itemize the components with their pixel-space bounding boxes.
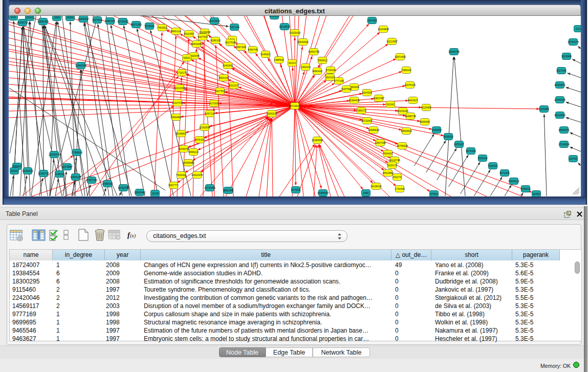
svg-text:7357224: 7357224 [229,26,239,29]
svg-text:9734028: 9734028 [325,69,336,72]
svg-text:10653: 10653 [67,16,74,19]
svg-text:10719155: 10719155 [117,20,128,23]
svg-text:13716485: 13716485 [204,186,215,189]
svg-text:6497568: 6497568 [341,87,352,91]
svg-text:9327503: 9327503 [198,35,208,38]
svg-text:92450: 92450 [533,192,540,195]
svg-text:6899695: 6899695 [420,120,430,123]
svg-text:7386372: 7386372 [356,109,366,112]
svg-text:1121: 1121 [576,27,581,30]
svg-text:12505135: 12505135 [70,176,81,179]
svg-text:15751074: 15751074 [568,40,579,43]
svg-text:9498222: 9498222 [188,150,199,154]
svg-text:20053346: 20053346 [75,64,86,67]
svg-text:93901: 93901 [183,56,190,59]
svg-text:2718170: 2718170 [177,71,187,74]
svg-text:12213967: 12213967 [386,40,398,43]
svg-text:7834067: 7834067 [383,152,393,155]
svg-text:8322037: 8322037 [229,84,239,87]
svg-text:19756928: 19756928 [397,144,408,147]
svg-text:9474444: 9474444 [466,149,476,152]
svg-text:8813054: 8813054 [269,16,279,17]
svg-text:16648784: 16648784 [448,50,460,53]
svg-text:10025433: 10025433 [397,110,408,113]
svg-text:7463822: 7463822 [157,26,167,29]
svg-text:12342737: 12342737 [38,172,49,175]
svg-text:1621022: 1621022 [325,76,335,79]
svg-text:19218506: 19218506 [279,25,290,28]
svg-text:6466160: 6466160 [105,19,115,23]
svg-text:12093872: 12093872 [554,83,565,86]
svg-text:9662345: 9662345 [223,189,233,192]
svg-text:16210693: 16210693 [554,114,565,117]
svg-text:10107553: 10107553 [172,101,183,104]
svg-text:17957253: 17957253 [86,179,97,182]
svg-text:14495794: 14495794 [405,115,416,118]
svg-text:817009: 817009 [292,188,300,191]
svg-text:18724007: 18724007 [289,104,300,107]
svg-text:16543362: 16543362 [191,42,202,46]
svg-text:19384554: 19384554 [312,139,323,142]
svg-text:14120746: 14120746 [389,159,400,162]
svg-text:26206576: 26206576 [49,153,60,156]
svg-text:9245612: 9245612 [520,187,531,190]
svg-text:10046786: 10046786 [178,147,189,150]
svg-text:1527602: 1527602 [92,18,102,21]
svg-text:12213363: 12213363 [174,86,185,90]
svg-text:12353594: 12353594 [199,126,210,129]
svg-text:24099485: 24099485 [183,161,194,164]
svg-text:8660124: 8660124 [171,30,181,33]
svg-text:1121: 1121 [11,16,16,18]
svg-text:12205: 12205 [151,192,159,195]
svg-text:114519: 114519 [55,172,64,176]
svg-text:1733426: 1733426 [395,187,405,190]
svg-text:10688609: 10688609 [368,128,379,132]
svg-text:16961758: 16961758 [308,50,319,53]
svg-text:8471626: 8471626 [499,171,510,174]
svg-text:15720407: 15720407 [361,119,373,122]
svg-text:16033809: 16033809 [209,19,220,23]
svg-text:82203: 82203 [289,61,296,64]
svg-text:10973493: 10973493 [395,55,406,58]
svg-text:9115460: 9115460 [421,106,431,109]
svg-text:7955812: 7955812 [317,59,328,62]
svg-text:12444196: 12444196 [554,98,565,101]
svg-text:9327508: 9327508 [225,41,235,44]
svg-text:12823446: 12823446 [134,191,145,194]
svg-text:8938923: 8938923 [443,135,453,138]
svg-text:2450: 2450 [363,191,368,194]
svg-text:2933114: 2933114 [477,157,487,160]
svg-text:16154808: 16154808 [378,28,389,31]
svg-text:39154: 39154 [11,169,18,172]
svg-text:1440954: 1440954 [431,128,442,132]
svg-text:87964: 87964 [430,192,438,195]
svg-text:2087652: 2087652 [367,19,377,22]
svg-text:6879197: 6879197 [454,143,464,146]
svg-text:17359924: 17359924 [71,151,82,154]
svg-text:7625402: 7625402 [176,173,186,177]
svg-text:8267130: 8267130 [205,112,215,115]
svg-text:4990443: 4990443 [312,70,322,73]
svg-text:20364436: 20364436 [349,99,360,102]
svg-text:10807487: 10807487 [373,97,384,100]
svg-text:8186328: 8186328 [210,39,221,42]
svg-text:90975887: 90975887 [61,165,73,168]
svg-text:9329966: 9329966 [561,55,572,58]
svg-text:10958157: 10958157 [102,182,113,185]
svg-text:(x): (x) [130,233,136,239]
svg-text:116753: 116753 [569,157,578,160]
svg-text:9777169: 9777169 [334,79,344,82]
svg-text:15384544: 15384544 [317,191,329,194]
svg-text:3878334: 3878334 [194,138,205,141]
svg-text:10654982: 10654982 [170,116,182,119]
svg-text:62160: 62160 [387,103,394,106]
svg-text:2803144: 2803144 [219,76,229,79]
svg-text:11156829: 11156829 [22,169,33,172]
svg-text:13640910: 13640910 [297,40,309,43]
svg-text:13807299: 13807299 [375,141,386,144]
svg-text:7485003: 7485003 [401,69,411,72]
svg-text:12975125: 12975125 [404,83,416,86]
svg-text:19166827: 19166827 [176,132,187,135]
svg-text:17016504: 17016504 [558,143,570,146]
svg-text:8427552: 8427552 [215,90,225,93]
